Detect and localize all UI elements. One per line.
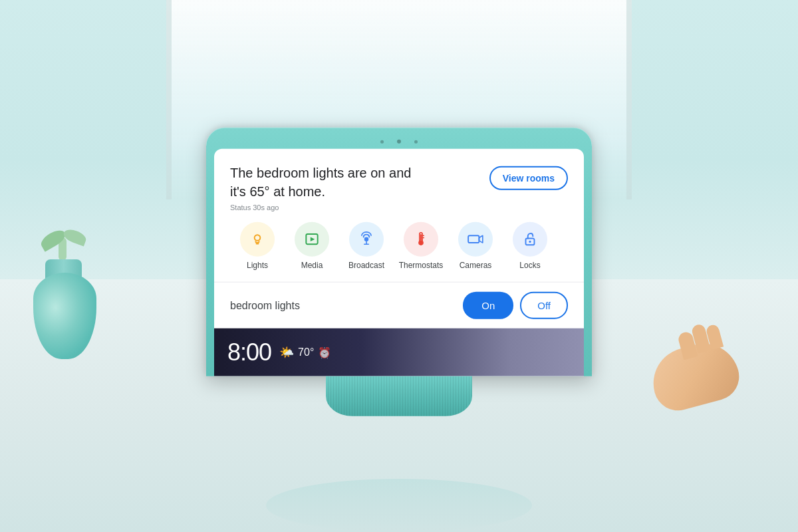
off-button[interactable]: Off	[520, 292, 568, 319]
svg-point-16	[529, 241, 531, 243]
lights-icon-circle	[240, 222, 275, 257]
status-line2: it's 65° at home.	[230, 184, 325, 199]
weather-info: 🌤️ 70° ⏰	[279, 345, 331, 360]
svg-point-10	[419, 241, 424, 245]
on-button[interactable]: On	[463, 292, 513, 319]
view-rooms-button[interactable]: View rooms	[489, 166, 568, 190]
broadcast-category[interactable]: Broadcast	[339, 222, 394, 270]
cameras-label: Cameras	[460, 261, 492, 270]
status-message: The bedroom lights are on and it's 65° a…	[230, 164, 411, 201]
broadcast-icon-circle	[349, 222, 384, 257]
cameras-icon	[467, 231, 484, 248]
svg-rect-13	[468, 235, 479, 243]
device-name-label: bedroom lights	[230, 299, 300, 311]
broadcast-icon	[358, 231, 375, 248]
temperature-display: 70°	[298, 346, 314, 358]
bedroom-lights-control: bedroom lights On Off	[230, 283, 568, 329]
media-icon	[303, 231, 321, 248]
media-category[interactable]: Media	[285, 222, 339, 270]
thermostats-icon	[412, 231, 430, 248]
thermostats-label: Thermostats	[399, 261, 444, 270]
svg-point-0	[255, 235, 261, 241]
screen-content: The bedroom lights are on and it's 65° a…	[214, 149, 584, 329]
status-timestamp: Status 30s ago	[230, 203, 568, 211]
camera-bar	[214, 136, 584, 149]
sun-icon: 🌤️	[279, 345, 294, 360]
media-icon-circle	[295, 222, 329, 257]
media-label: Media	[301, 261, 323, 270]
lights-icon	[249, 231, 266, 248]
alarm-icon: ⏰	[318, 346, 331, 358]
screen-frame: The bedroom lights are on and it's 65° a…	[206, 128, 592, 376]
thermostats-icon-circle	[404, 222, 438, 257]
svg-rect-9	[420, 234, 422, 241]
on-off-buttons: On Off	[463, 292, 568, 319]
cameras-category[interactable]: Cameras	[448, 222, 503, 270]
indicator-dot-right	[414, 140, 418, 143]
google-home-hub: The bedroom lights are on and it's 65° a…	[206, 128, 592, 416]
locks-category[interactable]: Locks	[503, 222, 557, 270]
broadcast-label: Broadcast	[348, 261, 384, 270]
svg-marker-4	[311, 237, 315, 241]
indicator-dot-left	[380, 140, 384, 143]
status-line1: The bedroom lights are on and	[230, 166, 411, 180]
camera-dot	[397, 140, 401, 144]
smart-display-device: The bedroom lights are on and it's 65° a…	[206, 128, 592, 416]
cameras-icon-circle	[458, 222, 493, 257]
vase-decoration	[27, 253, 106, 359]
speaker-base	[326, 376, 472, 416]
lights-category[interactable]: Lights	[230, 222, 285, 270]
speaker-fabric-texture	[326, 376, 472, 416]
locks-label: Locks	[519, 261, 540, 270]
bottom-banner: 8:00 🌤️ 70° ⏰	[214, 329, 584, 376]
svg-point-5	[364, 237, 369, 241]
thermostats-category[interactable]: Thermostats	[394, 222, 448, 270]
header-row: The bedroom lights are on and it's 65° a…	[230, 164, 568, 201]
screen: The bedroom lights are on and it's 65° a…	[214, 149, 584, 376]
hand-shape	[646, 336, 745, 416]
device-reflection	[266, 479, 532, 532]
locks-icon-circle	[513, 222, 547, 257]
hand	[652, 346, 758, 426]
locks-icon	[521, 231, 539, 248]
category-icons-row: Lights Media	[230, 222, 568, 270]
lights-label: Lights	[247, 261, 268, 270]
clock-display: 8:00	[227, 338, 271, 366]
